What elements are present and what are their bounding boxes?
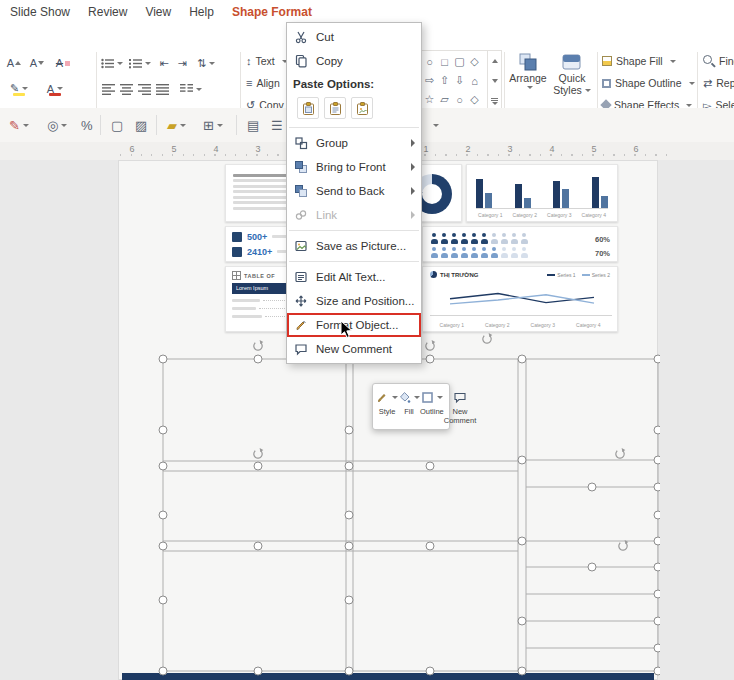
people-infographic-card[interactable]: 60% 70% <box>422 226 618 262</box>
shape-gallery-item[interactable]: ○ <box>422 52 437 71</box>
grow-font-button[interactable]: A <box>4 54 24 72</box>
context-menu-item-cut[interactable]: Cut <box>287 25 421 49</box>
align-right-icon <box>138 84 151 95</box>
insert-image-button[interactable]: ▨ <box>132 113 150 137</box>
fill-button[interactable]: Fill <box>398 389 420 425</box>
style-button[interactable]: Style <box>376 389 398 425</box>
shape-gallery-item[interactable]: ⇩ <box>452 71 467 90</box>
numbering-button[interactable] <box>128 54 152 72</box>
line-chart <box>430 285 612 316</box>
link-icon <box>293 208 309 222</box>
find-button[interactable]: Find <box>703 52 734 70</box>
shape-gallery-item[interactable]: □ <box>437 52 452 71</box>
replace-button[interactable]: ⇄Rep <box>703 74 734 92</box>
font-color-button[interactable]: A <box>42 78 68 100</box>
gallery-scroll-up[interactable] <box>488 51 501 71</box>
shape-gallery-item[interactable]: ⇧ <box>437 71 452 90</box>
justify-button[interactable] <box>154 80 170 98</box>
quick-styles-button[interactable]: Quick Styles <box>551 52 593 112</box>
cut-icon <box>293 30 309 44</box>
context-menu-item-size-and-position[interactable]: Size and Position... <box>287 289 421 313</box>
decrease-indent-button[interactable]: ⇤ <box>156 54 172 72</box>
category-label: Category 2 <box>475 322 521 328</box>
table-card-header: TABLE OF <box>244 273 275 279</box>
context-menu-item-new-comment[interactable]: New Comment <box>287 337 421 361</box>
comment-icon <box>293 342 309 356</box>
building-icon <box>232 247 242 257</box>
shape-gallery-item[interactable]: ◇ <box>467 90 482 109</box>
fill-icon <box>398 391 411 404</box>
person-icon <box>490 233 498 244</box>
zoom-percent-button[interactable]: % <box>78 113 96 137</box>
rotation-handle[interactable] <box>614 448 626 460</box>
shape-gallery-item[interactable]: ⇨ <box>422 71 437 90</box>
shape-gallery-item[interactable]: ▱ <box>437 90 452 109</box>
context-menu-item-copy[interactable]: Copy <box>287 49 421 73</box>
arrange-button[interactable]: Arrange <box>507 52 549 112</box>
rotation-handle[interactable] <box>252 448 264 460</box>
shrink-font-button[interactable]: A <box>27 54 47 72</box>
menu-tab-help[interactable]: Help <box>189 5 214 19</box>
paste-picture-button[interactable] <box>351 97 373 119</box>
menu-tab-shape-format[interactable]: Shape Format <box>232 5 312 19</box>
rotation-handle[interactable] <box>252 340 264 352</box>
context-menu-item-send-to-back[interactable]: Send to Back <box>287 179 421 203</box>
legend-label: Series 1 <box>557 272 575 278</box>
align-center-button[interactable] <box>118 80 134 98</box>
shape-gallery-item[interactable]: ▢ <box>452 52 467 71</box>
menu-tab-review[interactable]: Review <box>88 5 127 19</box>
numbering-icon <box>129 58 142 69</box>
shape-gallery-item[interactable]: ☆ <box>422 90 437 109</box>
quick-styles-icon <box>561 52 583 72</box>
category-label: Category 4 <box>577 212 612 218</box>
legend-swatch <box>547 274 555 276</box>
person-icon <box>500 247 508 258</box>
table-grid-button[interactable]: ⊞ <box>200 113 226 137</box>
bullets-button[interactable] <box>100 54 124 72</box>
menu-tab-slide-show[interactable]: Slide Show <box>10 5 70 19</box>
ink-pen-button[interactable]: ✎ <box>6 113 32 137</box>
columns-button[interactable] <box>178 80 204 98</box>
layers-button[interactable]: ▤ <box>244 113 262 137</box>
frame-select-button[interactable]: ▢ <box>108 113 126 137</box>
context-menu-item-bring-to-front[interactable]: Bring to Front <box>287 155 421 179</box>
rotation-handle[interactable] <box>424 340 436 352</box>
align-left-button[interactable] <box>100 80 116 98</box>
text-highlight-button[interactable]: ✎ <box>4 78 34 100</box>
paste-merge-button[interactable] <box>324 97 346 119</box>
shape-gallery-item[interactable]: ◇ <box>467 52 482 71</box>
ruler-number: 6 <box>129 144 134 154</box>
more-dropdown-button[interactable] <box>430 113 442 137</box>
outline-icon <box>421 391 434 404</box>
text-direction-button[interactable]: ↕Text <box>246 52 288 70</box>
gallery-scroll-down[interactable] <box>488 71 501 91</box>
context-menu-item-format-object[interactable]: Format Object... <box>287 313 421 337</box>
style-icon <box>376 391 389 404</box>
increase-indent-button[interactable]: ⇥ <box>174 54 190 72</box>
shape-fill-button[interactable]: Shape Fill <box>602 52 676 70</box>
person-icon <box>430 247 438 258</box>
stat-value: 2410+ <box>247 247 272 257</box>
outline-button[interactable]: Outline <box>420 389 444 425</box>
shape-outline-button[interactable]: Shape Outline <box>602 74 695 92</box>
context-menu-item-save-as-picture[interactable]: Save as Picture... <box>287 234 421 258</box>
context-menu-item-edit-alt-text[interactable]: Edit Alt Text... <box>287 265 421 289</box>
list-tool-button[interactable]: ☰ <box>268 113 286 137</box>
menu-tab-view[interactable]: View <box>145 5 171 19</box>
align-right-button[interactable] <box>136 80 152 98</box>
bar-chart-card[interactable]: Category 1Category 2Category 3Category 4 <box>466 164 618 222</box>
context-menu-item-link[interactable]: Link <box>287 203 421 227</box>
color-swatch-button[interactable]: ▰ <box>164 113 189 137</box>
context-menu-item-group[interactable]: Group <box>287 131 421 155</box>
new-comment-button[interactable]: New Comment <box>444 389 477 425</box>
ring-tool-button[interactable]: ◎ <box>44 113 70 137</box>
rotation-handle[interactable] <box>617 540 629 552</box>
shape-gallery-item[interactable]: ⌂ <box>467 71 482 90</box>
paste-keep-source-button[interactable] <box>297 97 319 119</box>
rotation-handle[interactable] <box>481 333 493 345</box>
line-spacing-button[interactable]: ⇅ <box>194 54 218 72</box>
line-chart-card[interactable]: THỊ TRƯỜNG Series 1Series 2 Category 1Ca… <box>422 266 618 332</box>
clear-formatting-button[interactable]: A <box>52 54 74 72</box>
save-picture-icon <box>293 239 309 253</box>
shape-gallery-item[interactable]: ○ <box>452 90 467 109</box>
